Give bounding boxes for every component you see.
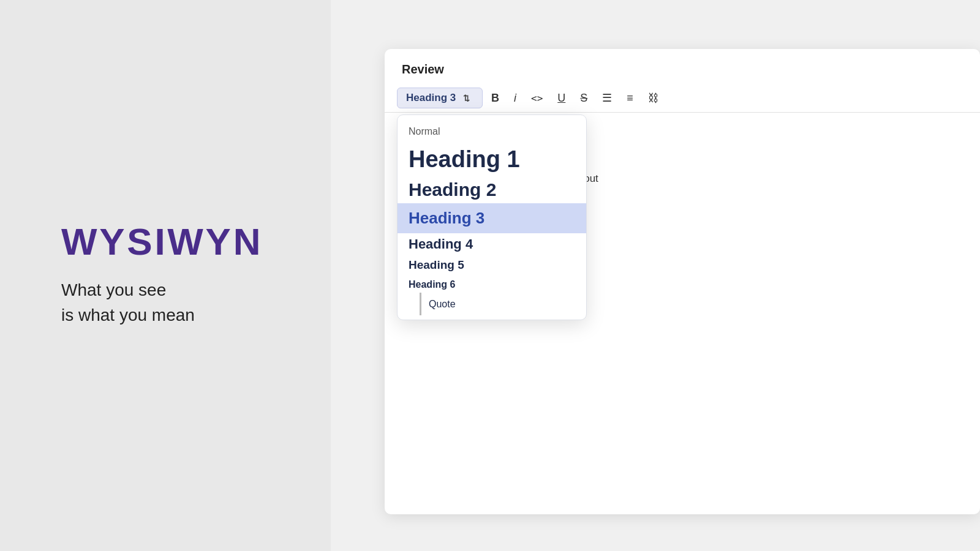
bold-icon: B — [491, 92, 499, 105]
code-button[interactable]: <> — [525, 89, 549, 108]
bullet-list-icon: ☰ — [602, 91, 612, 105]
bold-button[interactable]: B — [485, 88, 505, 108]
subtitle-line1: What you see — [61, 280, 166, 299]
dropdown-item-quote[interactable]: Quote — [398, 294, 586, 315]
italic-icon: i — [514, 92, 516, 105]
dropdown-item-normal[interactable]: Normal — [398, 120, 586, 143]
heading-dropdown: Normal Heading 1 Heading 2 Heading 3 Hea… — [397, 114, 587, 320]
dropdown-item-h4[interactable]: Heading 4 — [398, 233, 586, 255]
link-button[interactable]: ⛓ — [642, 88, 665, 108]
editor-label: Review — [385, 49, 980, 84]
dropdown-item-h5[interactable]: Heading 5 — [398, 255, 586, 276]
underline-icon: U — [557, 92, 565, 105]
brand-title: WYSIWYN — [61, 223, 331, 261]
brand-subtitle: What you see is what you mean — [61, 278, 331, 328]
strikethrough-button[interactable]: S — [574, 88, 594, 108]
link-icon: ⛓ — [648, 92, 659, 105]
toolbar: Heading 3 ⇅ B i <> U S ☰ ≡ — [385, 84, 980, 113]
dropdown-item-h1[interactable]: Heading 1 — [398, 143, 586, 176]
chevron-updown-icon: ⇅ — [463, 94, 470, 103]
left-panel: WYSIWYN What you see is what you mean — [0, 0, 331, 551]
bullet-list-button[interactable]: ☰ — [596, 88, 618, 108]
code-icon: <> — [531, 92, 543, 104]
ordered-list-button[interactable]: ≡ — [620, 88, 639, 108]
right-panel: Review Heading 3 ⇅ B i <> U S — [331, 0, 980, 551]
ordered-list-icon: ≡ — [627, 92, 633, 105]
dropdown-quote-label: Quote — [420, 293, 467, 315]
subtitle-line2: is what you mean — [61, 305, 195, 324]
underline-button[interactable]: U — [551, 88, 571, 108]
editor-card: Review Heading 3 ⇅ B i <> U S — [385, 49, 980, 514]
heading-select-button[interactable]: Heading 3 ⇅ — [397, 88, 483, 108]
italic-button[interactable]: i — [508, 88, 522, 108]
dropdown-item-h2[interactable]: Heading 2 — [398, 176, 586, 203]
dropdown-item-h3[interactable]: Heading 3 — [398, 203, 586, 233]
strikethrough-icon: S — [580, 92, 587, 105]
dropdown-item-h6[interactable]: Heading 6 — [398, 276, 586, 294]
heading-select-label: Heading 3 — [406, 92, 456, 104]
